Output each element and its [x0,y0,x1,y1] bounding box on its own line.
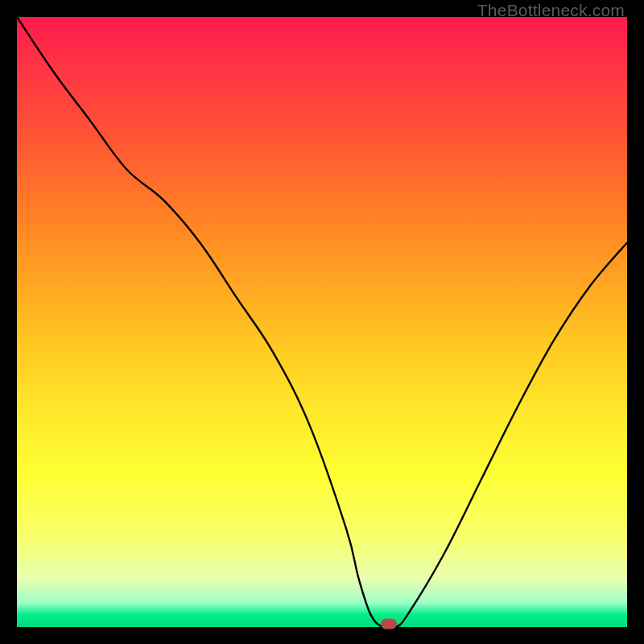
bottleneck-curve [17,17,627,627]
chart-frame: TheBottleneck.com [0,0,644,644]
minimum-marker [381,619,397,630]
watermark-text: TheBottleneck.com [477,1,625,20]
plot-area [17,17,627,627]
